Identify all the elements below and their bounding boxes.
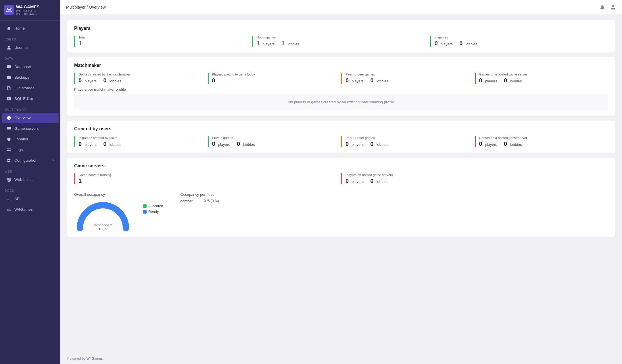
stat-hosted-users: Games on a hosted game server 0players 0… — [475, 136, 597, 147]
stat-value: 0players 0lobbies — [345, 141, 458, 147]
stat-p2p-users: Peer-to-peer games 0players 0lobbies — [341, 136, 463, 147]
topbar-actions — [599, 4, 616, 10]
sidebar-item-user-list[interactable]: User list — [2, 42, 59, 53]
breadcrumb: Multiplayer / Overview — [66, 5, 106, 9]
sidebar-item-label: Home — [14, 26, 25, 30]
fleet-pct: 0 /5 (0 %) — [204, 199, 608, 203]
footer-link[interactable]: W4Games — [87, 357, 103, 361]
logo: W4 GAMES WORKSPACE DASHBOARD — [0, 0, 60, 21]
main-content: Multiplayer / Overview Players Total 1 N… — [60, 0, 622, 364]
game-servers-card: Game servers Game servers running 1 Play… — [67, 158, 615, 237]
sidebar-item-sql-editor[interactable]: SQL Editor — [2, 94, 59, 104]
stat-label: In games created by users — [78, 136, 191, 140]
stat-users-games: In games created by users 0players 0lobb… — [74, 136, 196, 147]
sidebar-item-label: Configuration — [14, 158, 37, 162]
stat-value: 0 — [212, 77, 324, 84]
occupancy-per-fleet: Occupancy per fleet bomber 0 /5 (0 %) — [180, 189, 608, 204]
user-profile-icon[interactable] — [610, 4, 616, 10]
sidebar-item-label: SQL Editor — [14, 96, 33, 101]
sidebar-item-web-builds[interactable]: Web builds — [2, 175, 59, 185]
stat-not-in-games: Not in games 1players 1lobbies — [252, 36, 418, 47]
user-icon — [6, 45, 11, 50]
stat-p2p-matchmaker: Peer-to-peer games 0players 0lobbies — [341, 73, 463, 84]
stat-label: Private games — [212, 136, 324, 140]
legend-label: Ready — [148, 210, 159, 214]
game-servers-title: Game servers — [74, 163, 608, 169]
sidebar-item-logs[interactable]: Logs — [2, 145, 59, 155]
created-by-users-card: Created by users In games created by use… — [67, 121, 615, 153]
sidebar-item-game-servers[interactable]: Game servers — [2, 123, 59, 134]
stat-label: Games on a hosted game server — [479, 73, 591, 76]
stat-value: 1players 1lobbies — [256, 40, 413, 47]
topbar: Multiplayer / Overview — [60, 0, 622, 14]
stat-value: 0players 0lobbies — [479, 141, 591, 147]
sidebar: W4 GAMES WORKSPACE DASHBOARD Home USERS … — [0, 0, 60, 364]
stat-value: 0players 0lobbies — [435, 40, 591, 47]
logo-text: W4 GAMES WORKSPACE DASHBOARD — [16, 5, 56, 16]
created-by-users-title: Created by users — [74, 126, 608, 131]
gauge-label: Game servers: 0 / 5 — [93, 223, 113, 231]
fleet-row: bomber 0 /5 (0 %) — [180, 199, 608, 204]
sidebar-item-configuration[interactable]: Configuration ▾ — [2, 155, 59, 166]
nav-section-multiplayer: MULTIPLAYER — [0, 104, 60, 113]
stat-label: Peer-to-peer games — [345, 73, 458, 76]
sidebar-item-database[interactable]: Database — [2, 62, 59, 72]
chevron-down-icon: ▾ — [52, 158, 54, 162]
sidebar-item-w4games[interactable]: W4Games — [2, 204, 59, 215]
sidebar-item-label: Web builds — [14, 177, 34, 182]
stat-label: Not in games — [256, 36, 413, 39]
sidebar-item-home[interactable]: Home — [2, 23, 59, 34]
w4games-icon — [6, 207, 11, 212]
gauge-row: Game servers: 0 / 5 Allocated Re — [74, 200, 163, 231]
sidebar-item-label: Backups — [14, 75, 29, 80]
stat-hosted-matchmaker: Games on a hosted game server 0players 0… — [475, 73, 597, 84]
ready-dot — [143, 210, 147, 214]
legend-allocated: Allocated — [143, 204, 163, 208]
game-servers-stats-row: Game servers running 1 Players on hosted… — [74, 173, 608, 184]
gauge-legend: Allocated Ready — [143, 204, 163, 214]
stat-label: Peer-to-peer games — [345, 136, 458, 140]
svg-rect-6 — [7, 129, 11, 130]
web-icon — [6, 177, 11, 182]
stat-label: Players on hosted game servers — [345, 173, 591, 177]
nav-section-data: DATA — [0, 53, 60, 61]
matchmaker-stats-row: Games created by the matchmaker 0players… — [74, 73, 608, 84]
stat-waiting: Players waiting to get a lobby 0 — [208, 73, 330, 84]
stat-value: 0players 0lobbies — [345, 77, 458, 84]
sidebar-item-backups[interactable]: Backups — [2, 72, 59, 83]
gauge-value: 0 / 5 — [93, 227, 113, 231]
occupancy-section: Overall occupancy Game servers — [74, 189, 608, 231]
svg-point-1 — [10, 7, 12, 9]
svg-rect-4 — [7, 127, 11, 128]
lobbies-icon — [6, 137, 11, 142]
server-icon — [6, 126, 11, 131]
sidebar-nav: Home USERS User list DATA Database Backu… — [0, 21, 60, 364]
sidebar-item-file-storage[interactable]: File storage — [2, 83, 59, 93]
nav-section-users: USERS — [0, 34, 60, 42]
legend-label: Allocated — [148, 204, 163, 208]
api-icon: API — [6, 196, 11, 202]
sidebar-item-lobbies[interactable]: Lobbies — [2, 134, 59, 144]
sidebar-item-api[interactable]: API API — [2, 194, 59, 204]
file-icon — [6, 86, 11, 91]
logs-icon — [6, 147, 11, 152]
matchmaker-card-title: Matchmaker — [74, 63, 608, 68]
sidebar-item-label: Lobbies — [14, 137, 28, 141]
fleet-section-label: Occupancy per fleet — [180, 192, 608, 197]
svg-text:API: API — [7, 198, 10, 200]
database-icon — [6, 64, 11, 69]
sidebar-item-label: W4Games — [14, 207, 33, 212]
stat-value: 0players 0lobbies — [212, 141, 324, 147]
content-area: Players Total 1 Not in games 1players 1l… — [60, 14, 622, 353]
gauge-container: Game servers: 0 / 5 — [74, 200, 132, 231]
players-stats-row: Total 1 Not in games 1players 1lobbies I… — [74, 36, 608, 47]
notification-icon[interactable] — [599, 4, 605, 10]
fleet-name: bomber — [180, 199, 200, 203]
sidebar-item-overview[interactable]: Overview — [2, 113, 59, 123]
stat-in-games: In games 0players 0lobbies — [430, 36, 597, 47]
stat-label: Games on a hosted game server — [479, 136, 591, 140]
stat-value: 0players 0lobbies — [345, 178, 591, 184]
created-by-users-stats-row: In games created by users 0players 0lobb… — [74, 136, 608, 147]
stat-total: Total 1 — [74, 36, 241, 47]
sidebar-item-label: Database — [14, 65, 31, 69]
